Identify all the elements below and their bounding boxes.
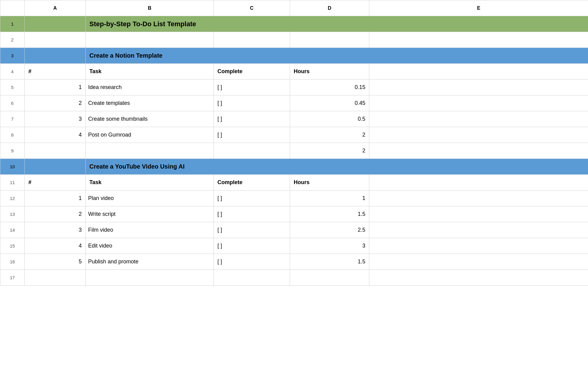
- sum-e-8: [369, 143, 588, 159]
- col-header-d: D: [290, 0, 369, 16]
- row-number-10: 10: [0, 159, 25, 175]
- corner-cell: [0, 0, 25, 16]
- task-complete-11: [ ]: [214, 191, 290, 206]
- row-number-4: 4: [0, 64, 25, 80]
- row-number-2: 2: [0, 32, 25, 48]
- task-name-12: Write script: [86, 206, 214, 222]
- col-header-a: A: [25, 0, 86, 16]
- col-header-row-3-e: [369, 64, 588, 80]
- task-complete-15: [ ]: [214, 254, 290, 270]
- task-hours-12: 1.5: [290, 206, 369, 222]
- sum-a-8: [25, 143, 86, 159]
- col-header-row-10-a: #: [25, 175, 86, 191]
- empty-d-16: [290, 270, 369, 286]
- col-header-row-10-b: Task: [86, 175, 214, 191]
- task-num-13: 3: [25, 222, 86, 238]
- task-num-4: 1: [25, 80, 86, 95]
- task-name-4: Idea research: [86, 80, 214, 95]
- task-name-6: Create some thumbnails: [86, 111, 214, 127]
- col-header-row-10-e: [369, 175, 588, 191]
- task-hours-5: 0.45: [290, 95, 369, 111]
- task-num-5: 2: [25, 95, 86, 111]
- empty-e-16: [369, 270, 588, 286]
- task-e-7: [369, 127, 588, 143]
- spreadsheet-title: Step-by-Step To-Do List Template: [86, 16, 588, 32]
- row-number-13: 13: [0, 206, 25, 222]
- empty-a-16: [25, 270, 86, 286]
- col-header-row-3-b: Task: [86, 64, 214, 80]
- task-complete-4: [ ]: [214, 80, 290, 95]
- col-header-row-3-c: Complete: [214, 64, 290, 80]
- task-hours-13: 2.5: [290, 222, 369, 238]
- row-number-17: 17: [0, 270, 25, 286]
- empty-a-1: [25, 32, 86, 48]
- section-header-2: Create a Notion Template: [86, 48, 588, 64]
- task-complete-7: [ ]: [214, 127, 290, 143]
- col-header-c: C: [214, 0, 290, 16]
- col-header-row-3-a: #: [25, 64, 86, 80]
- task-name-14: Edit video: [86, 238, 214, 254]
- task-complete-14: [ ]: [214, 238, 290, 254]
- sum-b-8: [86, 143, 214, 159]
- row-number-11: 11: [0, 175, 25, 191]
- task-num-15: 5: [25, 254, 86, 270]
- row-number-16: 16: [0, 254, 25, 270]
- section-col-a-2: [25, 48, 86, 64]
- empty-e-1: [369, 32, 588, 48]
- task-complete-6: [ ]: [214, 111, 290, 127]
- empty-d-1: [290, 32, 369, 48]
- empty-c-1: [214, 32, 290, 48]
- task-e-15: [369, 254, 588, 270]
- empty-b-16: [86, 270, 214, 286]
- row-number-9: 9: [0, 143, 25, 159]
- task-num-11: 1: [25, 191, 86, 206]
- section-col-a-9: [25, 159, 86, 175]
- row-number-6: 6: [0, 95, 25, 111]
- task-e-5: [369, 95, 588, 111]
- col-header-row-3-d: Hours: [290, 64, 369, 80]
- task-e-13: [369, 222, 588, 238]
- task-name-5: Create templates: [86, 95, 214, 111]
- col-header-row-10-c: Complete: [214, 175, 290, 191]
- row-number-8: 8: [0, 127, 25, 143]
- row-number-15: 15: [0, 238, 25, 254]
- task-e-12: [369, 206, 588, 222]
- task-name-7: Post on Gumroad: [86, 127, 214, 143]
- spreadsheet: A B C D E 1Step-by-Step To-Do List Templ…: [0, 0, 588, 286]
- row1-col-a: [25, 16, 86, 32]
- task-complete-13: [ ]: [214, 222, 290, 238]
- task-num-12: 2: [25, 206, 86, 222]
- task-num-14: 4: [25, 238, 86, 254]
- row-number-5: 5: [0, 80, 25, 95]
- task-num-6: 3: [25, 111, 86, 127]
- col-header-e: E: [369, 0, 588, 16]
- row-number-3: 3: [0, 48, 25, 64]
- col-header-b: B: [86, 0, 214, 16]
- task-name-11: Plan video: [86, 191, 214, 206]
- empty-c-16: [214, 270, 290, 286]
- task-hours-15: 1.5: [290, 254, 369, 270]
- task-hours-4: 0.15: [290, 80, 369, 95]
- row-number-12: 12: [0, 191, 25, 206]
- sum-c-8: [214, 143, 290, 159]
- task-hours-14: 3: [290, 238, 369, 254]
- row-number-1: 1: [0, 16, 25, 32]
- task-e-4: [369, 80, 588, 95]
- task-complete-12: [ ]: [214, 206, 290, 222]
- task-e-6: [369, 111, 588, 127]
- col-header-row-10-d: Hours: [290, 175, 369, 191]
- task-hours-6: 0.5: [290, 111, 369, 127]
- empty-b-1: [86, 32, 214, 48]
- row-number-7: 7: [0, 111, 25, 127]
- task-e-14: [369, 238, 588, 254]
- task-complete-5: [ ]: [214, 95, 290, 111]
- task-name-15: Publish and promote: [86, 254, 214, 270]
- section-header-9: Create a YouTube Video Using AI: [86, 159, 588, 175]
- task-hours-11: 1: [290, 191, 369, 206]
- task-e-11: [369, 191, 588, 206]
- task-name-13: Film video: [86, 222, 214, 238]
- task-num-7: 4: [25, 127, 86, 143]
- sum-total-8: 2: [290, 143, 369, 159]
- row-number-14: 14: [0, 222, 25, 238]
- task-hours-7: 2: [290, 127, 369, 143]
